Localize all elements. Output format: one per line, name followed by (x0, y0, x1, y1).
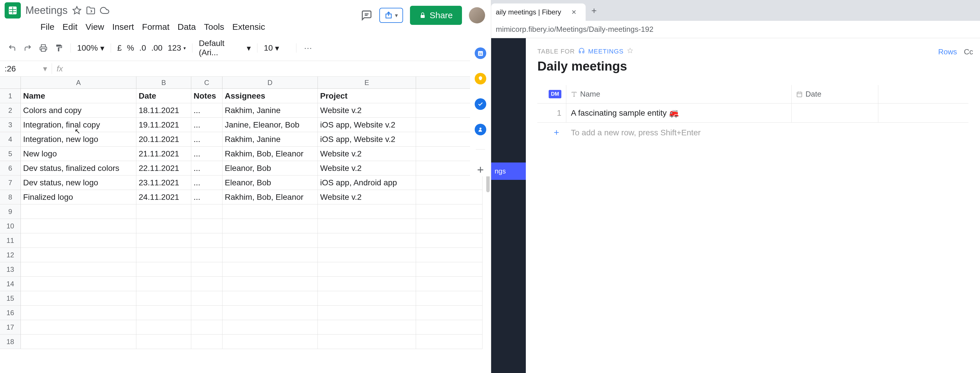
font-size-dropdown[interactable]: 10 ▾ (264, 43, 290, 53)
cell[interactable] (223, 306, 318, 320)
cell[interactable] (416, 291, 482, 306)
tasks-app-icon[interactable] (475, 98, 486, 110)
cell[interactable]: Integration, new logo (21, 132, 136, 147)
present-button[interactable]: ▾ (379, 8, 403, 23)
contacts-app-icon[interactable] (475, 124, 486, 135)
cell[interactable] (318, 262, 416, 277)
cell[interactable] (191, 306, 223, 320)
currency-button[interactable]: £ (117, 43, 122, 53)
row-header[interactable]: 11 (0, 233, 21, 248)
cell[interactable] (21, 335, 136, 349)
cell[interactable] (318, 233, 416, 248)
row-header[interactable]: 18 (0, 335, 21, 349)
comments-icon[interactable] (361, 10, 372, 21)
cell[interactable]: Colors and copy (21, 103, 136, 118)
url-bar[interactable]: mimicorp.fibery.io/Meetings/Daily-meetin… (491, 21, 980, 38)
cell[interactable]: 21.11.2021 (136, 147, 191, 161)
row-header[interactable]: 1 (0, 89, 21, 103)
cell[interactable]: Website v.2 (318, 190, 416, 204)
cell[interactable] (21, 291, 136, 306)
cell[interactable]: Rakhim, Janine (223, 103, 318, 118)
sheets-logo-icon[interactable] (5, 2, 21, 19)
cell[interactable]: Notes (191, 89, 223, 103)
row-header[interactable]: 9 (0, 204, 21, 219)
cell[interactable]: Assignees (223, 89, 318, 103)
cell[interactable]: Eleanor, Bob (223, 161, 318, 175)
row-header[interactable]: 17 (0, 320, 21, 335)
cell[interactable]: ... (191, 161, 223, 175)
columns-button[interactable]: Cc (964, 48, 973, 56)
cell[interactable] (21, 204, 136, 219)
cell[interactable]: ... (191, 118, 223, 132)
menu-file[interactable]: File (37, 21, 58, 33)
percent-button[interactable]: % (127, 43, 134, 53)
cell[interactable] (191, 219, 223, 233)
cell[interactable] (318, 335, 416, 349)
cell[interactable]: ... (191, 175, 223, 190)
cell[interactable]: Rakhim, Janine (223, 132, 318, 147)
row-header[interactable]: 8 (0, 190, 21, 204)
cell[interactable] (416, 175, 482, 190)
cell[interactable]: Rakhim, Bob, Eleanor (223, 190, 318, 204)
cell[interactable] (223, 291, 318, 306)
star-icon[interactable] (72, 6, 81, 15)
cell[interactable] (136, 262, 191, 277)
cell[interactable]: Date (136, 89, 191, 103)
page-title[interactable]: Daily meetings (538, 59, 969, 73)
cell[interactable] (318, 248, 416, 262)
cell[interactable]: iOS app, Website v.2 (318, 132, 416, 147)
col-header[interactable]: D (223, 77, 318, 89)
doc-title[interactable]: Meetings (25, 4, 68, 16)
cell[interactable] (416, 219, 482, 233)
row-header[interactable]: 3 (0, 118, 21, 132)
cell[interactable]: 22.11.2021 (136, 161, 191, 175)
cell[interactable]: ... (191, 147, 223, 161)
cell[interactable] (21, 262, 136, 277)
cell[interactable] (21, 248, 136, 262)
cell[interactable]: Integration, final copy (21, 118, 136, 132)
cell-reference-input[interactable]: :26 ▾ (0, 63, 52, 74)
db-badge[interactable]: DM (549, 90, 562, 98)
row-header[interactable]: 13 (0, 262, 21, 277)
row-header[interactable]: 7 (0, 175, 21, 190)
font-dropdown[interactable]: Default (Ari... ▾ (199, 39, 251, 57)
cell[interactable] (416, 320, 482, 335)
cell[interactable] (416, 277, 482, 291)
cell[interactable] (191, 335, 223, 349)
keep-app-icon[interactable] (475, 73, 486, 84)
cell[interactable] (416, 262, 482, 277)
row-header[interactable]: 12 (0, 248, 21, 262)
row-header[interactable]: 14 (0, 277, 21, 291)
row-header[interactable]: 15 (0, 291, 21, 306)
cell[interactable] (136, 277, 191, 291)
cell[interactable] (136, 335, 191, 349)
col-header[interactable]: C (191, 77, 223, 89)
move-folder-icon[interactable] (86, 6, 95, 15)
cell[interactable]: ... (191, 190, 223, 204)
select-all-corner[interactable] (0, 77, 21, 89)
cell[interactable]: Name (21, 89, 136, 103)
menu-extensions[interactable]: Extensic (229, 21, 269, 33)
cell[interactable] (223, 219, 318, 233)
menu-tools[interactable]: Tools (200, 21, 228, 33)
cell[interactable] (416, 204, 482, 219)
cell[interactable] (191, 248, 223, 262)
browser-tab[interactable]: aily meetings | Fibery × (491, 3, 585, 21)
cell[interactable]: ... (191, 103, 223, 118)
cell[interactable] (191, 291, 223, 306)
cell[interactable] (136, 204, 191, 219)
cell[interactable] (416, 190, 482, 204)
cell[interactable]: Rakhim, Bob, Eleanor (223, 147, 318, 161)
cell[interactable]: 19.11.2021 (136, 118, 191, 132)
close-tab-icon[interactable]: × (571, 8, 576, 17)
add-row-button[interactable]: + To add a new row, press Shift+Enter (538, 123, 969, 143)
cell-name[interactable]: A fascinating sample entity 🚒 (566, 104, 792, 122)
cell[interactable]: iOS app, Android app (318, 175, 416, 190)
increase-decimal-button[interactable]: .00 (151, 43, 162, 53)
cell[interactable] (318, 306, 416, 320)
cell[interactable]: 18.11.2021 (136, 103, 191, 118)
row-header[interactable]: 10 (0, 219, 21, 233)
cell[interactable] (318, 204, 416, 219)
cell[interactable]: Finalized logo (21, 190, 136, 204)
cell[interactable] (136, 306, 191, 320)
